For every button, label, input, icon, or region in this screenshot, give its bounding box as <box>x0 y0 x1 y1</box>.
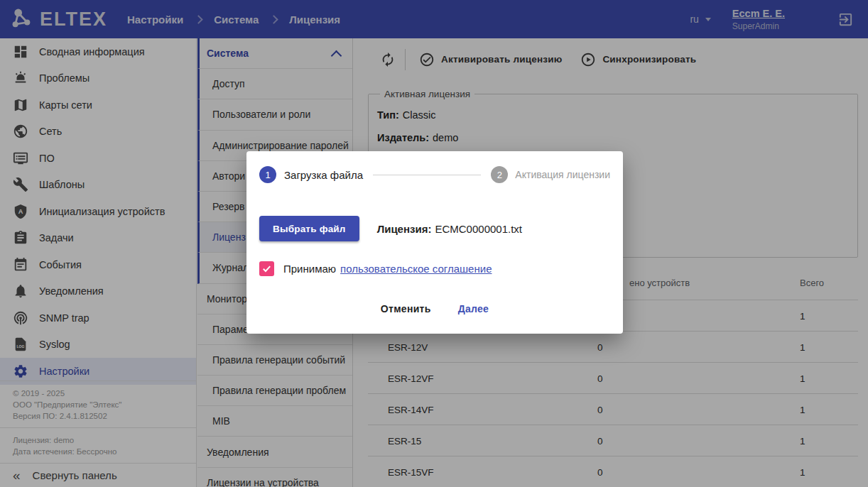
file-label: Лицензия: <box>377 223 432 235</box>
choose-file-button[interactable]: Выбрать файл <box>259 216 359 241</box>
agreement-link[interactable]: пользовательское соглашение <box>340 263 492 275</box>
agreement-text: Принимаю <box>283 263 336 275</box>
page: ELTEX Настройки Система Лицензия ru Eccm… <box>0 0 868 487</box>
dialog-actions: Отменить Далее <box>246 300 623 317</box>
file-name: ECMC0000001.txt <box>435 223 522 235</box>
license-upload-dialog: 1 Загрузка файла 2 Активация лицензии Вы… <box>246 151 623 334</box>
file-row: Выбрать файл Лицензия:ECMC0000001.txt <box>259 216 522 241</box>
selected-file-text: Лицензия:ECMC0000001.txt <box>377 223 522 235</box>
step-1-circle: 1 <box>259 166 276 183</box>
step-1-label: Загрузка файла <box>284 169 363 181</box>
stepper: 1 Загрузка файла 2 Активация лицензии <box>259 165 610 184</box>
step-2-circle: 2 <box>491 166 508 183</box>
step-2-label: Активация лицензии <box>515 169 610 180</box>
stepper-connector <box>373 175 481 175</box>
agreement-row: Принимаю пользовательское соглашение <box>259 260 492 277</box>
cancel-button[interactable]: Отменить <box>381 303 431 314</box>
agreement-checkbox[interactable] <box>259 261 274 276</box>
next-button[interactable]: Далее <box>458 303 489 314</box>
